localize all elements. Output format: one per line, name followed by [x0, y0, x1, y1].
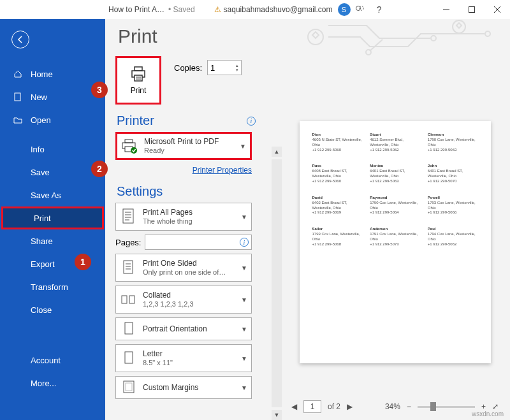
one-sided-icon [120, 257, 138, 279]
help-button[interactable]: ? [370, 4, 389, 15]
prev-page-button[interactable]: ◀ [291, 402, 297, 411]
next-page-button[interactable]: ▶ [347, 402, 353, 411]
margins-dropdown[interactable]: Custom Margins ▼ [115, 376, 252, 399]
page-title: Print [118, 25, 271, 47]
spinner-icon[interactable]: ▴▾ [236, 63, 238, 72]
pages-input[interactable]: i [145, 235, 252, 250]
preview-entry: Sailor1793 Cox Lane, Westerville, Ohio+1… [312, 227, 363, 247]
maximize-button[interactable] [459, 0, 484, 19]
sidebar-item-close[interactable]: Close [0, 298, 105, 321]
paper-size-dropdown[interactable]: Letter8.5" x 11" ▼ [115, 344, 252, 372]
sidebar-item-label: Info [31, 145, 45, 154]
zoom-out-button[interactable]: − [407, 402, 411, 411]
annotation-badge-1: 1 [75, 254, 91, 270]
printer-dropdown[interactable]: Microsoft Print to PDF Ready ▼ [115, 132, 252, 160]
pages-icon [120, 206, 138, 228]
sidebar-item-account[interactable]: Account [0, 349, 105, 372]
copies-input[interactable]: 1 ▴▾ [207, 60, 242, 75]
preview-page: Dion4603 N State ST, Westerville, Ohio+1… [300, 121, 491, 363]
sidebar-item-save-as[interactable]: Save As [0, 184, 105, 206]
sidebar-item-share[interactable]: Share [0, 229, 105, 252]
warning-icon: ⚠ [214, 5, 221, 14]
sidebar-item-label: New [31, 92, 47, 102]
home-icon [13, 69, 23, 79]
open-icon [13, 115, 23, 125]
close-window-button[interactable] [484, 0, 510, 19]
svg-rect-31 [129, 296, 135, 303]
svg-rect-30 [122, 296, 127, 303]
printer-properties-link[interactable]: Printer Properties [193, 166, 252, 175]
sidebar-item-transform[interactable]: Transform [0, 275, 105, 298]
sidebar-item-label: Share [31, 236, 53, 246]
back-button[interactable] [11, 31, 29, 48]
avatar[interactable]: S [338, 3, 351, 16]
collate-dropdown[interactable]: Collated1,2,3 1,2,3 1,2,3 ▼ [115, 286, 252, 314]
watermark: wsxdn.com [472, 410, 504, 417]
chevron-down-icon: ▼ [241, 214, 247, 221]
info-icon[interactable]: i [240, 238, 249, 247]
saved-status: • Saved [168, 5, 195, 14]
preview-entry: Raymond1790 Cox Lane, Westerville, Ohio+… [370, 196, 420, 215]
sidebar-item-print[interactable]: Print [1, 206, 104, 229]
orientation-dropdown[interactable]: Portrait Orientation ▼ [115, 317, 252, 340]
sidebar-item-save[interactable]: Save [0, 161, 105, 184]
sidebar-item-label: Home [31, 69, 53, 79]
settings-scrollbar[interactable]: ▲ ▼ [271, 19, 282, 420]
portrait-icon [120, 318, 138, 340]
chevron-down-icon: ▼ [241, 326, 247, 333]
preview-entry: Monica6401 East Broad ST, Westerville, O… [370, 164, 420, 184]
titlebar: How to Print A… • Saved ⚠ saquibahmadshu… [0, 0, 510, 19]
minimize-button[interactable] [433, 0, 459, 19]
annotation-badge-3: 3 [91, 82, 108, 98]
svg-point-8 [431, 36, 436, 41]
backstage-sidebar: Home New Open Info Save Save As Print Sh… [0, 19, 105, 420]
print-range-dropdown[interactable]: Print All PagesThe whole thing ▼ [115, 203, 252, 231]
svg-point-9 [485, 31, 490, 36]
chevron-down-icon: ▼ [241, 264, 247, 272]
sidebar-item-label: Account [31, 356, 61, 365]
svg-rect-26 [124, 261, 133, 273]
settings-heading: Settings [117, 184, 163, 199]
sides-dropdown[interactable]: Print One SidedOnly print on one side of… [115, 254, 252, 282]
svg-point-20 [131, 147, 137, 154]
zoom-slider[interactable] [418, 406, 475, 408]
annotation-badge-2: 2 [91, 161, 108, 177]
zoom-in-button[interactable]: + [481, 402, 486, 411]
sidebar-item-more[interactable]: More... [0, 372, 105, 395]
sidebar-item-label: Export [31, 259, 55, 269]
page-number-input[interactable]: 1 [303, 400, 321, 413]
sidebar-item-label: Save [31, 168, 50, 177]
chevron-down-icon: ▼ [240, 143, 246, 150]
preview-entry: John6401 East Broad ST, Westerville, Ohi… [428, 164, 478, 184]
sidebar-item-home[interactable]: Home [0, 62, 105, 85]
page-total: of 2 [328, 402, 340, 411]
zoom-level: 34% [385, 402, 400, 411]
new-icon [13, 92, 23, 102]
scroll-up-icon[interactable]: ▲ [272, 147, 282, 157]
preview-entry: Clemson1790 Cox Lane, Westerville, Ohio+… [428, 133, 478, 152]
print-preview: Dion4603 N State ST, Westerville, Ohio+1… [282, 19, 510, 420]
chevron-down-icon: ▼ [241, 384, 247, 391]
printer-status: Ready [144, 147, 235, 156]
info-icon[interactable]: i [247, 117, 256, 126]
coming-soon-icon[interactable] [351, 4, 370, 15]
account-email[interactable]: saquibahmadshuvo@gmail.com [224, 5, 333, 14]
preview-entry: Russ6408 East Broad ST, Westerville, Ohi… [312, 164, 363, 184]
print-button-label: Print [131, 86, 147, 95]
sidebar-item-label: Open [31, 115, 51, 125]
scroll-down-icon[interactable]: ▼ [272, 410, 282, 420]
svg-point-11 [366, 50, 371, 55]
preview-entry: Paul1794 Cox Lane, Westerville, Ohio+1 9… [428, 227, 478, 247]
sidebar-item-new[interactable]: New [0, 85, 105, 108]
preview-entry: Stuart4612 Summer Blvd, Westerville, Ohi… [370, 133, 420, 152]
sidebar-item-label: Save As [31, 191, 61, 200]
sidebar-item-label: More... [31, 379, 56, 388]
svg-rect-3 [469, 7, 475, 13]
chevron-down-icon: ▼ [241, 296, 247, 303]
zoom-fit-button[interactable]: ⤢ [492, 402, 499, 411]
sidebar-item-info[interactable]: Info [0, 138, 105, 161]
sidebar-item-open[interactable]: Open [0, 108, 105, 131]
print-button[interactable]: Print [115, 56, 161, 105]
svg-rect-32 [125, 322, 133, 334]
svg-rect-33 [125, 352, 133, 363]
